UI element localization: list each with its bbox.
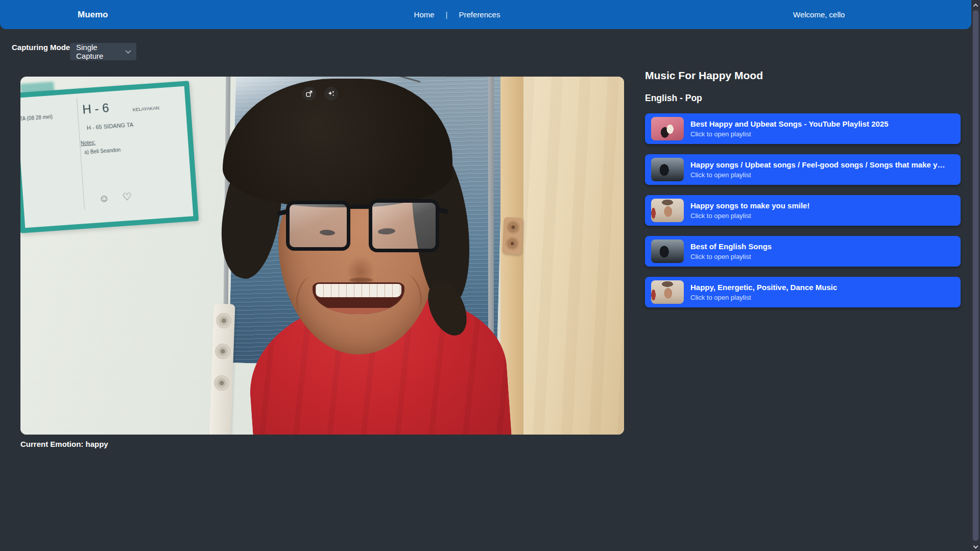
socket [215, 344, 231, 360]
capture-controls: Capturing Mode: Single Capture [12, 43, 73, 52]
playlist-thumbnail [651, 239, 684, 263]
curtain [523, 77, 624, 435]
socket [214, 375, 230, 391]
playlist-subtitle: Click to open playlist [690, 294, 954, 301]
glasses-lens [286, 201, 350, 251]
person-teeth [316, 284, 401, 297]
playlist-title: Happy songs to make you smile! [690, 201, 954, 210]
wall-outlet [502, 217, 523, 255]
glasses-lens [369, 199, 439, 252]
playlist-title: Best of English Songs [690, 242, 954, 251]
playlist-text: Best of English Songs Click to open play… [690, 242, 954, 260]
whiteboard-line: H - 65 SIDANG TA [87, 122, 134, 131]
playlist-subtitle: Click to open playlist [690, 171, 954, 179]
emotion-label: Current Emotion: [20, 440, 83, 448]
webcam-video: TA (08 28 mei) H - 6 KELAYAKAN H - 65 SI… [20, 77, 624, 435]
playlist-title: Best Happy and Upbeat Songs - YouTube Pl… [690, 119, 954, 128]
playlist-title: Happy, Energetic, Positive, Dance Music [690, 283, 954, 292]
whiteboard-heading: H - 6 [82, 101, 109, 117]
playlist-thumbnail [651, 117, 684, 140]
person-glasses [286, 199, 440, 256]
playlist-thumbnail [651, 158, 684, 181]
music-panel-title: Music For Happy Mood [645, 69, 961, 82]
navbar: Muemo Home | Preferences Welcome, cello [0, 0, 971, 29]
playlist-subtitle: Click to open playlist [690, 253, 954, 260]
picture-in-picture-button[interactable] [302, 87, 316, 101]
scrollbar[interactable] [971, 0, 980, 551]
playlist-card[interactable]: Best Happy and Upbeat Songs - YouTube Pl… [645, 113, 961, 144]
playlist-thumbnail [651, 199, 684, 222]
picture-in-picture-icon [305, 90, 313, 98]
playlist-card[interactable]: Happy, Energetic, Positive, Dance Music … [645, 277, 961, 307]
playlist-subtitle: Click to open playlist [690, 130, 954, 138]
capturing-mode-label: Capturing Mode: [12, 43, 73, 52]
visual-effects-button[interactable] [324, 87, 338, 101]
outlet-socket [506, 236, 519, 250]
brand-link[interactable]: Muemo [78, 0, 108, 29]
person-nose-shadow [349, 278, 373, 282]
sparkles-icon [327, 90, 335, 98]
nav-link-home[interactable]: Home [414, 10, 435, 19]
playlist-title: Happy songs / Upbeat songs / Feel-good s… [690, 160, 954, 169]
glasses-bridge [347, 204, 372, 212]
whiteboard-note: TA (08 28 mei) [20, 114, 53, 122]
video-overlay-buttons [302, 87, 338, 101]
capturing-mode-select[interactable]: Single Capture [70, 43, 136, 60]
playlist-text: Best Happy and Upbeat Songs - YouTube Pl… [690, 119, 954, 138]
playlist-thumbnail [651, 280, 684, 304]
music-panel: Music For Happy Mood English - Pop Best … [645, 69, 961, 318]
nav-links: Home | Preferences [414, 0, 500, 29]
capturing-mode-value: Single Capture [76, 43, 126, 60]
chevron-down-icon [125, 48, 131, 54]
music-panel-subtitle: English - Pop [645, 93, 961, 103]
nav-link-preferences[interactable]: Preferences [459, 10, 500, 19]
playlist-text: Happy songs to make you smile! Click to … [690, 201, 954, 220]
playlist-text: Happy, Energetic, Positive, Dance Music … [690, 283, 954, 301]
playlist-subtitle: Click to open playlist [690, 212, 954, 220]
whiteboard: TA (08 28 mei) H - 6 KELAYAKAN H - 65 SI… [20, 81, 199, 233]
chevron-up-icon [973, 3, 978, 8]
outlet-socket [506, 220, 520, 234]
emotion-value: happy [86, 440, 108, 448]
playlist-list: Best Happy and Upbeat Songs - YouTube Pl… [645, 113, 961, 307]
welcome-text: Welcome, cello [793, 0, 845, 29]
whiteboard-notes-item: a) Beli Seandon [84, 147, 121, 155]
whiteboard-notes-heading: Notes: [81, 139, 96, 146]
emotion-status: Current Emotion: happy [20, 440, 108, 448]
whiteboard-doodles: ☺ ♡ [99, 190, 137, 205]
nav-separator: | [446, 10, 448, 19]
playlist-text: Happy songs / Upbeat songs / Feel-good s… [690, 160, 954, 179]
pole-right [488, 77, 494, 342]
whiteboard-heading-side: KELAYAKAN [132, 105, 159, 112]
playlist-card[interactable]: Happy songs / Upbeat songs / Feel-good s… [645, 154, 961, 185]
socket [216, 313, 232, 329]
power-strip [209, 303, 235, 435]
scrollbar-thumb[interactable] [973, 10, 978, 541]
scroll-down-button[interactable] [971, 542, 980, 550]
playlist-card[interactable]: Happy songs to make you smile! Click to … [645, 195, 961, 226]
scroll-up-button[interactable] [971, 1, 980, 9]
playlist-card[interactable]: Best of English Songs Click to open play… [645, 236, 961, 267]
chevron-down-icon [973, 543, 978, 548]
